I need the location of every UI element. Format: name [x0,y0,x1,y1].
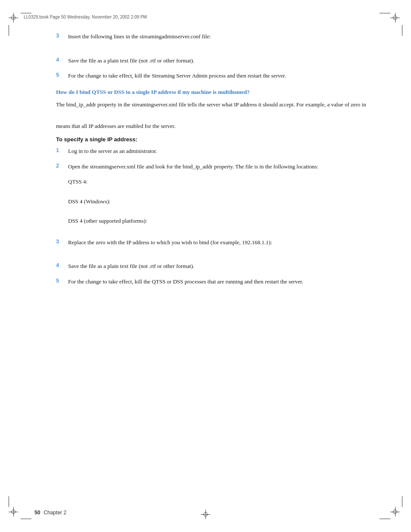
step-text-2-middle: Open the streamingserver.xml file and lo… [68,162,377,171]
step-num-1-middle: 1 [56,147,68,153]
step-num-3-top: 3 [56,32,68,39]
step-num-4-bottom: 4 [56,262,68,268]
step-text-5-top: For the change to take effect, kill the … [68,72,377,80]
step-4-bottom: 4 Save the file as a plain text file (no… [56,262,377,271]
step-5-bottom: 5 For the change to take effect, kill th… [56,277,377,286]
page: LL0329.book Page 50 Wednesday, November … [0,0,411,532]
step-1-middle: 1 Log in to the server as an administrat… [56,147,377,156]
step-3-bottom: 3 Replace the zero with the IP address t… [56,238,377,247]
section-heading: How do I bind QTSS or DSS to a single IP… [56,88,377,96]
body-text-1: The bind_ip_addr property in the streami… [56,100,377,109]
step-text-3-top: Insert the following lines in the stream… [68,32,377,41]
corner-mark-tl [9,13,21,25]
step-3-top: 3 Insert the following lines in the stre… [56,32,377,41]
step-4-top: 4 Save the file as a plain text file (no… [56,56,377,65]
step-text-1-middle: Log in to the server as an administrator… [68,147,377,156]
header-text: LL0329.book Page 50 Wednesday, November … [24,15,147,19]
footer-pagination: 50 Chapter 2 [34,510,66,516]
step-2-middle: 2 Open the streamingserver.xml file and … [56,162,377,171]
step-num-5-top: 5 [56,72,68,78]
footer-area: 50 Chapter 2 [34,510,377,516]
step-5-top: 5 For the change to take effect, kill th… [56,72,377,80]
sub-item-dss4-other: DSS 4 (other supported platforms): [68,217,377,225]
sub-item-qtss4: QTSS 4: [68,177,377,186]
step-num-5-bottom: 5 [56,277,68,284]
body-text-2: means that all IP addresses are enabled … [56,122,377,131]
corner-mark-br [390,507,402,519]
step-text-4-bottom: Save the file as a plain text file (not … [68,262,377,271]
chapter-label: Chapter 2 [44,510,66,516]
sub-item-dss4-win: DSS 4 (Windows): [68,197,377,206]
bold-label: To specify a single IP address: [56,136,377,143]
step-text-3-bottom: Replace the zero with the IP address to … [68,238,377,247]
corner-mark-bl [9,507,21,519]
corner-mark-tr [390,13,402,25]
sub-items: QTSS 4: DSS 4 (Windows): DSS 4 (other su… [68,177,377,225]
header-bar: LL0329.book Page 50 Wednesday, November … [24,15,387,19]
step-text-5-bottom: For the change to take effect, kill the … [68,277,377,286]
page-number: 50 [34,510,40,516]
step-num-3-bottom: 3 [56,238,68,245]
step-num-4-top: 4 [56,56,68,63]
content-area: 3 Insert the following lines in the stre… [56,32,377,498]
step-text-4-top: Save the file as a plain text file (not … [68,56,377,65]
step-num-2-middle: 2 [56,162,68,169]
